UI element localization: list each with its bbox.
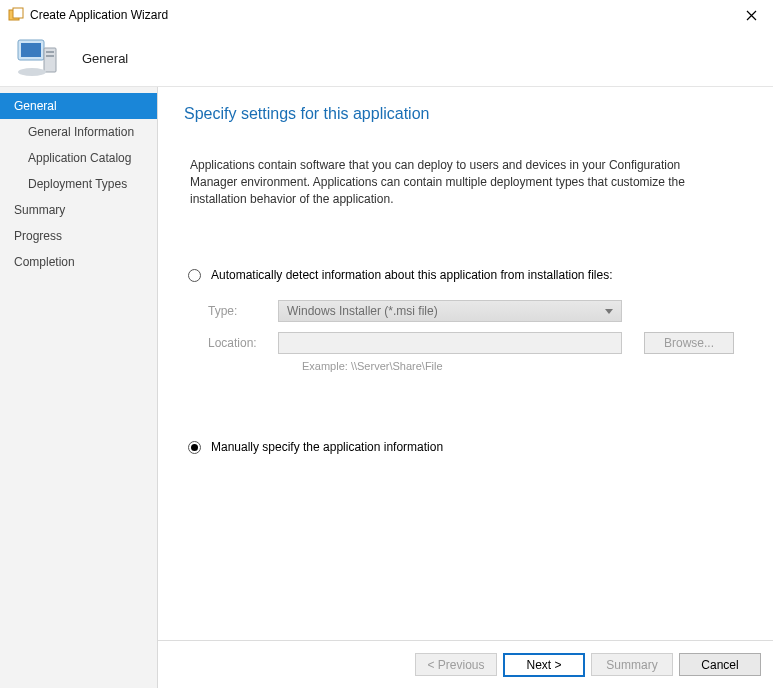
location-example: Example: \\Server\Share\File bbox=[302, 360, 755, 372]
type-value: Windows Installer (*.msi file) bbox=[287, 304, 438, 318]
window-title: Create Application Wizard bbox=[30, 8, 168, 22]
sidebar-item-summary[interactable]: Summary bbox=[0, 197, 157, 223]
wizard-header: General bbox=[0, 30, 773, 86]
page-heading: Specify settings for this application bbox=[184, 105, 755, 123]
location-input bbox=[278, 332, 622, 354]
close-button[interactable] bbox=[735, 4, 767, 26]
wizard-window: Create Application Wizard General Genera… bbox=[0, 0, 773, 688]
sidebar-item-general[interactable]: General bbox=[0, 93, 157, 119]
wizard-footer: < Previous Next > Summary Cancel bbox=[158, 640, 773, 688]
sidebar-item-progress[interactable]: Progress bbox=[0, 223, 157, 249]
svg-rect-3 bbox=[21, 43, 41, 57]
sidebar-item-deployment-types[interactable]: Deployment Types bbox=[0, 171, 157, 197]
radio-icon bbox=[188, 441, 201, 454]
step-name: General bbox=[82, 51, 128, 66]
sidebar: General General Information Application … bbox=[0, 87, 158, 688]
svg-rect-6 bbox=[46, 55, 54, 57]
auto-detect-fields: Type: Windows Installer (*.msi file) Loc… bbox=[208, 300, 755, 372]
svg-point-7 bbox=[18, 68, 46, 76]
app-icon bbox=[8, 7, 24, 23]
option-manual-label: Manually specify the application informa… bbox=[211, 440, 443, 454]
location-label: Location: bbox=[208, 336, 278, 350]
title-bar: Create Application Wizard bbox=[0, 0, 773, 30]
content-pane: Specify settings for this application Ap… bbox=[158, 87, 773, 688]
svg-rect-5 bbox=[46, 51, 54, 53]
next-button[interactable]: Next > bbox=[503, 653, 585, 677]
summary-button: Summary bbox=[591, 653, 673, 676]
radio-icon bbox=[188, 269, 201, 282]
cancel-button[interactable]: Cancel bbox=[679, 653, 761, 676]
type-select: Windows Installer (*.msi file) bbox=[278, 300, 622, 322]
page-description: Applications contain software that you c… bbox=[190, 157, 730, 208]
sidebar-item-application-catalog[interactable]: Application Catalog bbox=[0, 145, 157, 171]
computer-icon bbox=[16, 38, 62, 78]
option-auto-label: Automatically detect information about t… bbox=[211, 268, 613, 282]
browse-button: Browse... bbox=[644, 332, 734, 354]
type-label: Type: bbox=[208, 304, 278, 318]
sidebar-item-completion[interactable]: Completion bbox=[0, 249, 157, 275]
wizard-body: General General Information Application … bbox=[0, 86, 773, 688]
option-manual[interactable]: Manually specify the application informa… bbox=[188, 440, 755, 454]
svg-rect-1 bbox=[13, 8, 23, 18]
option-auto-detect[interactable]: Automatically detect information about t… bbox=[188, 268, 755, 282]
previous-button: < Previous bbox=[415, 653, 497, 676]
sidebar-item-general-information[interactable]: General Information bbox=[0, 119, 157, 145]
